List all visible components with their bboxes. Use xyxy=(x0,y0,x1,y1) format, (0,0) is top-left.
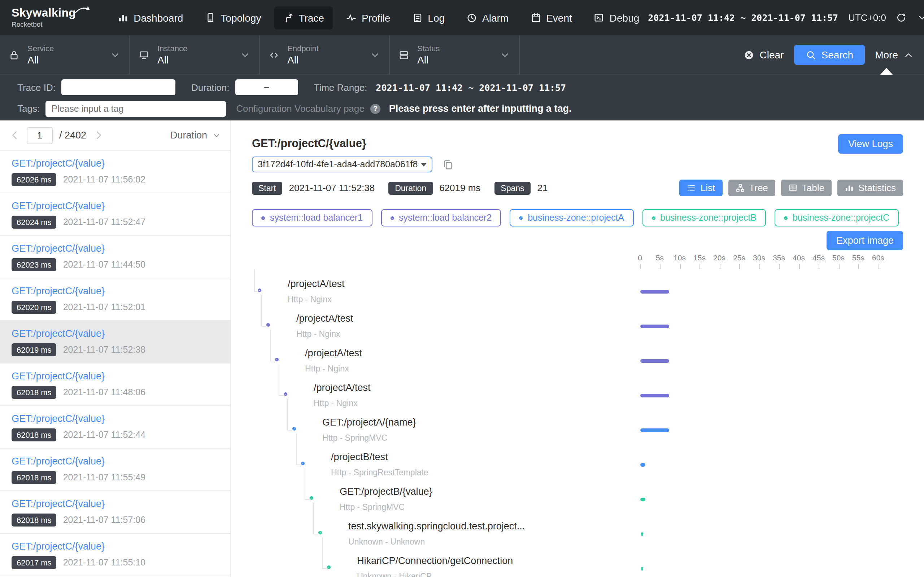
legend-ring-icon xyxy=(784,216,788,220)
page-number-input[interactable]: 1 xyxy=(27,127,53,144)
axis-tick-mark xyxy=(640,264,641,269)
duration-input[interactable] xyxy=(235,79,298,95)
view-table-button[interactable]: Table xyxy=(781,180,832,196)
span-node-icon[interactable] xyxy=(258,288,261,292)
clear-button[interactable]: Clear xyxy=(744,49,784,61)
span-node-icon[interactable] xyxy=(267,323,270,327)
view-tree-button[interactable]: Tree xyxy=(728,180,775,196)
span-node-icon[interactable] xyxy=(284,392,287,396)
sort-select[interactable]: Duration xyxy=(170,130,221,141)
trace-span-row[interactable]: /projectA/testHttp - Nginx xyxy=(252,312,903,347)
logo[interactable]: Skywalking Rocketbot xyxy=(11,8,90,28)
nav-item-log[interactable]: Log xyxy=(403,6,453,29)
timezone-label[interactable]: UTC+0:0 xyxy=(848,12,886,23)
trace-span-row[interactable]: /projectB/testHttp - SpringRestTemplate xyxy=(252,451,903,485)
trace-list-item[interactable]: GET:/projectC/{value}62017 ms2021-11-07 … xyxy=(0,534,230,576)
view-logs-button[interactable]: View Logs xyxy=(838,134,903,153)
trace-list-item[interactable]: GET:/projectC/{value}62018 ms2021-11-07 … xyxy=(0,364,230,406)
copy-trace-id-icon[interactable] xyxy=(443,159,453,170)
trace-id-select[interactable]: 3f172d4f-10fd-4fe1-ada4-add780a061f8 xyxy=(252,156,432,172)
span-duration-bar[interactable] xyxy=(641,532,643,536)
nav-item-topology[interactable]: Topology xyxy=(196,6,270,29)
span-duration-bar[interactable] xyxy=(641,567,643,571)
trace-span-row[interactable]: HikariCP/Connection/getConnectionUnknown… xyxy=(252,554,903,577)
tags-input[interactable] xyxy=(45,101,226,116)
trace-list-item[interactable]: GET:/projectC/{value}62026 ms2021-11-07 … xyxy=(0,151,230,193)
trace-endpoint-link[interactable]: GET:/projectC/{value} xyxy=(11,413,219,424)
next-page-button[interactable] xyxy=(93,130,103,141)
help-icon[interactable]: ? xyxy=(370,103,380,114)
legend-pill[interactable]: business-zone::projectC xyxy=(775,209,899,226)
span-node-icon[interactable] xyxy=(327,566,331,569)
view-statistics-button[interactable]: Statistics xyxy=(837,180,903,196)
span-component-label: Http - Nginx xyxy=(305,364,349,373)
nav-item-trace[interactable]: Trace xyxy=(274,6,333,29)
span-node-icon[interactable] xyxy=(301,462,305,465)
span-node-icon[interactable] xyxy=(318,531,322,534)
legend-pill[interactable]: system::load balancer2 xyxy=(381,209,501,226)
more-button[interactable]: More xyxy=(875,49,914,61)
nav-item-profile[interactable]: Profile xyxy=(337,6,399,29)
legend-pill[interactable]: business-zone::projectA xyxy=(510,209,633,226)
filter-selector-endpoint[interactable]: EndpointAll xyxy=(260,35,390,74)
trace-id-input[interactable] xyxy=(61,79,175,95)
nav-item-dashboard[interactable]: Dashboard xyxy=(109,6,192,29)
trace-endpoint-link[interactable]: GET:/projectC/{value} xyxy=(11,158,219,169)
trace-endpoint-link[interactable]: GET:/projectC/{value} xyxy=(11,541,219,552)
legend-pill[interactable]: business-zone::projectB xyxy=(642,209,766,226)
export-image-button[interactable]: Export image xyxy=(827,231,903,250)
trace-endpoint-link[interactable]: GET:/projectC/{value} xyxy=(11,498,219,509)
span-duration-bar[interactable] xyxy=(640,429,669,432)
trace-endpoint-link[interactable]: GET:/projectC/{value} xyxy=(11,328,219,339)
selector-text: EndpointAll xyxy=(287,44,319,66)
trace-endpoint-link[interactable]: GET:/projectC/{value} xyxy=(11,285,219,297)
legend-pill[interactable]: system::load balancer1 xyxy=(252,209,372,226)
trace-span-row[interactable]: /projectA/testHttp - Nginx xyxy=(252,347,903,382)
view-list-button[interactable]: List xyxy=(680,180,722,196)
trace-endpoint-link[interactable]: GET:/projectC/{value} xyxy=(11,200,219,211)
nav-item-debug[interactable]: Debug xyxy=(585,6,648,29)
span-duration-bar[interactable] xyxy=(640,463,645,467)
trace-endpoint-link[interactable]: GET:/projectC/{value} xyxy=(11,371,219,382)
refresh-icon[interactable] xyxy=(896,12,907,23)
filter-selector-service[interactable]: ServiceAll xyxy=(0,35,130,74)
filter-selector-status[interactable]: StatusAll xyxy=(390,35,520,74)
trace-span-row[interactable]: GET:/projectB/{value}Http - SpringMVC xyxy=(252,485,903,520)
filter-selector-instance[interactable]: InstanceAll xyxy=(130,35,260,74)
trace-span-row[interactable]: /projectA/testHttp - Nginx xyxy=(252,382,903,416)
vocabulary-page-link[interactable]: Configuration Vocabulary page xyxy=(236,103,365,114)
trace-list-item[interactable]: GET:/projectC/{value}62018 ms2021-11-07 … xyxy=(0,449,230,491)
chevron-down-icon[interactable] xyxy=(917,12,924,23)
span-duration-bar[interactable] xyxy=(640,359,669,363)
trace-span-row[interactable]: GET:/projectA/{name}Http - SpringMVC xyxy=(252,416,903,451)
selector-value: All xyxy=(27,54,54,66)
nav-item-event[interactable]: Event xyxy=(522,6,581,29)
time-range-value[interactable]: 2021-11-07 11:42 ~ 2021-11-07 11:57 xyxy=(376,82,566,93)
span-node-icon[interactable] xyxy=(275,358,279,361)
trace-span-row[interactable]: /projectA/testHttp - Nginx xyxy=(252,278,903,312)
time-range-label: Time Range: xyxy=(313,82,367,93)
trace-list-item[interactable]: GET:/projectC/{value}62020 ms2021-11-07 … xyxy=(0,279,230,321)
trace-list-item[interactable]: GET:/projectC/{value}62024 ms2021-11-07 … xyxy=(0,193,230,236)
trace-span-row[interactable]: test.skywalking.springcloud.test.project… xyxy=(252,520,903,554)
trace-list-item[interactable]: GET:/projectC/{value}62023 ms2021-11-07 … xyxy=(0,236,230,279)
span-component-label: Http - SpringMVC xyxy=(340,503,405,511)
prev-page-button[interactable] xyxy=(10,130,20,141)
span-node-icon[interactable] xyxy=(310,496,313,500)
span-duration-bar[interactable] xyxy=(640,324,669,328)
span-duration-bar[interactable] xyxy=(640,394,669,397)
legend-label: business-zone::projectB xyxy=(660,213,756,223)
span-duration-bar[interactable] xyxy=(640,290,669,293)
selector-label: Status xyxy=(417,44,439,53)
trace-endpoint-link[interactable]: GET:/projectC/{value} xyxy=(11,456,219,467)
search-button[interactable]: Search xyxy=(794,45,865,65)
span-duration-bar[interactable] xyxy=(640,498,645,501)
trace-list-item[interactable]: GET:/projectC/{value}62019 ms2021-11-07 … xyxy=(0,321,230,364)
global-time-range[interactable]: 2021-11-07 11:42 ~ 2021-11-07 11:57 xyxy=(648,12,838,23)
nav-item-alarm[interactable]: Alarm xyxy=(458,6,517,29)
trace-endpoint-link[interactable]: GET:/projectC/{value} xyxy=(11,243,219,254)
span-node-icon[interactable] xyxy=(292,427,296,430)
trace-list-item[interactable]: GET:/projectC/{value}62018 ms2021-11-07 … xyxy=(0,491,230,534)
trace-list-item[interactable]: GET:/projectC/{value}62018 ms2021-11-07 … xyxy=(0,406,230,449)
selector-text: StatusAll xyxy=(417,44,439,66)
